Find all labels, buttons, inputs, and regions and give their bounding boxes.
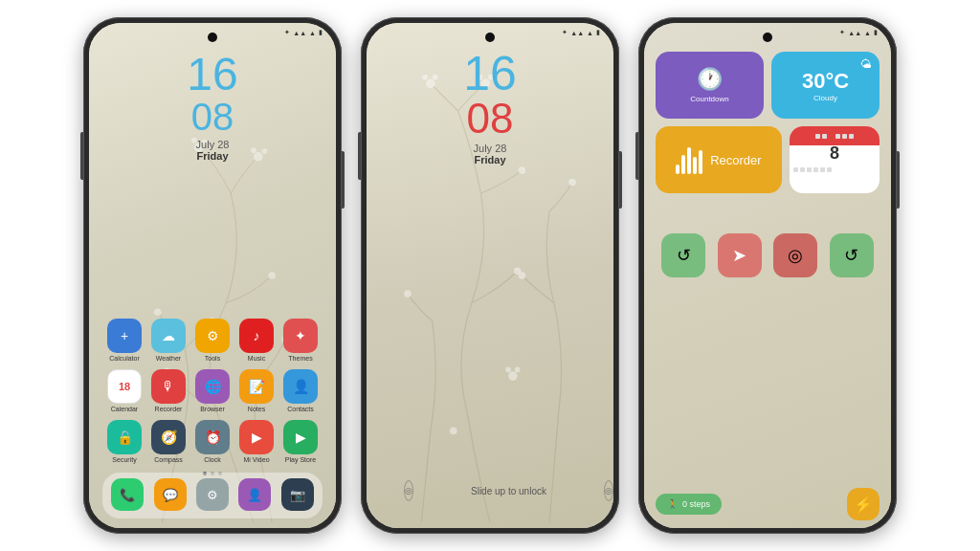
- phone-2: ✦ ▲▲ ▲ ▮ 16 08 July 28 Friday ◎ Slide up…: [361, 17, 619, 534]
- app-music[interactable]: ♪ Music: [237, 319, 276, 362]
- clock-date-2: July 28: [463, 143, 517, 154]
- quick-app-1[interactable]: ↺: [661, 233, 705, 277]
- calendar-header: [790, 126, 880, 145]
- camera-hole: [208, 33, 217, 42]
- camera-aperture-icon: ◎: [788, 245, 803, 266]
- quick-app-4[interactable]: ↺: [830, 233, 874, 277]
- battery-icon: ▮: [319, 29, 323, 36]
- battery-icon-3: ▮: [874, 29, 878, 36]
- widget-recorder[interactable]: Recorder: [656, 126, 782, 193]
- dock-phone[interactable]: 📞: [108, 478, 146, 513]
- bottom-bar-3: 🚶 0 steps ⚡: [656, 488, 880, 520]
- app-notes[interactable]: 📝 Notes: [237, 369, 276, 412]
- svg-point-9: [154, 308, 162, 316]
- clock-widget-2: 16 08 July 28 Friday: [463, 50, 517, 165]
- app-clock[interactable]: ⏰ Clock: [193, 420, 232, 463]
- app-grid-1: + Calculator ☁ Weather ⚙ Tools: [89, 319, 336, 471]
- svg-point-26: [450, 428, 457, 435]
- app-mi-video[interactable]: ▶ Mi Video: [237, 420, 276, 463]
- app-calendar[interactable]: 18 Calendar: [105, 369, 144, 412]
- step-counter-widget[interactable]: 🚶 0 steps: [656, 494, 722, 515]
- app-play-store[interactable]: ▶ Play Store: [281, 420, 320, 463]
- app-row-2: 18 Calendar 🎙 Recorder 🌐 Browser: [102, 369, 323, 412]
- svg-point-24: [505, 367, 511, 373]
- bluetooth-icon-3: ✦: [839, 29, 845, 36]
- clock-hour-1: 16: [187, 52, 237, 98]
- clock-widget-1: 16 08 July 28 Friday: [187, 52, 237, 162]
- quick-app-compass[interactable]: ➤: [718, 233, 762, 277]
- unlock-text: Slide up to unlock: [471, 486, 546, 496]
- recorder-label: Recorder: [710, 153, 761, 167]
- svg-point-19: [519, 166, 526, 174]
- bar-3: [687, 147, 691, 174]
- signal-icon: ▲▲: [293, 30, 306, 36]
- flashlight-widget[interactable]: ⚡: [847, 488, 880, 520]
- svg-point-4: [262, 148, 268, 154]
- calendar-mini-grid: [790, 164, 880, 176]
- quick-app-4-icon: ↺: [844, 245, 858, 266]
- compass-icon: ➤: [732, 245, 746, 266]
- dock-camera[interactable]: 📷: [278, 478, 317, 513]
- svg-point-23: [508, 371, 518, 381]
- dock-messages[interactable]: 💬: [151, 478, 189, 513]
- app-recorder[interactable]: 🎙 Recorder: [149, 369, 188, 412]
- recorder-bars: [676, 145, 702, 174]
- clock-hour-2: 16: [463, 50, 517, 98]
- svg-point-20: [568, 179, 576, 187]
- dock-avatar[interactable]: 👤: [235, 478, 274, 513]
- status-icons-3: ✦ ▲▲ ▲ ▮: [839, 29, 878, 36]
- bluetooth-icon-2: ✦: [562, 29, 568, 36]
- app-browser[interactable]: 🌐 Browser: [193, 369, 232, 412]
- app-weather[interactable]: ☁ Weather: [149, 319, 188, 362]
- bar-5: [699, 150, 702, 174]
- clock-day-1: Friday: [187, 150, 237, 162]
- wifi-icon: ▲: [309, 30, 316, 36]
- widget-row-1: 🕐 Countdown 🌤 30°C Cloudy: [656, 52, 880, 119]
- wifi-icon-3: ▲: [864, 30, 871, 36]
- widget-calendar[interactable]: 8: [790, 126, 880, 193]
- phone-3: ✦ ▲▲ ▲ ▮ 🕐 Countdown 🌤 30°C Cloudy: [638, 17, 897, 534]
- svg-point-14: [433, 75, 438, 80]
- app-row-3: 🔒 Security 🧭 Compass ⏰ Clock: [102, 420, 323, 463]
- svg-point-3: [254, 152, 263, 162]
- countdown-clock-icon: 🕐: [697, 67, 723, 92]
- signal-icon-3: ▲▲: [848, 30, 861, 36]
- status-icons-2: ✦ ▲▲ ▲ ▮: [562, 29, 600, 36]
- signal-icon-2: ▲▲: [570, 30, 584, 36]
- fingerprint-icon: ◎: [404, 480, 413, 501]
- sun-icon: 🌤: [860, 57, 872, 71]
- face-unlock-icon: ◎: [604, 480, 613, 501]
- widget-countdown[interactable]: 🕐 Countdown: [656, 52, 764, 119]
- phone-1: ✦ ▲▲ ▲ ▮ 16 08 July 28 Friday + Calculat…: [83, 17, 342, 534]
- camera-hole-2: [485, 33, 495, 42]
- widget-row-2: Recorder 8: [656, 126, 880, 193]
- svg-point-25: [515, 367, 521, 373]
- svg-point-13: [422, 75, 428, 80]
- calendar-number: 8: [790, 143, 880, 164]
- status-icons-1: ✦ ▲▲ ▲ ▮: [284, 29, 323, 36]
- weather-condition: Cloudy: [813, 94, 837, 102]
- app-calculator[interactable]: + Calculator: [105, 319, 144, 362]
- calendar-dots: [790, 132, 880, 141]
- unlock-bar: ◎ Slide up to unlock ◎: [404, 480, 576, 501]
- bar-4: [693, 157, 697, 174]
- weather-temp: 30°C: [802, 69, 849, 94]
- steps-count: 0 steps: [682, 499, 710, 509]
- svg-point-5: [251, 147, 256, 153]
- quick-app-camera[interactable]: ◎: [773, 233, 817, 277]
- dock-settings[interactable]: ⚙: [193, 478, 232, 513]
- widget-weather[interactable]: 🌤 30°C Cloudy: [771, 52, 880, 119]
- app-security[interactable]: 🔒 Security: [105, 420, 144, 463]
- svg-point-12: [426, 79, 435, 89]
- clock-day-2: Friday: [463, 154, 517, 165]
- app-themes[interactable]: ✦ Themes: [281, 319, 320, 362]
- countdown-label: Countdown: [690, 95, 728, 103]
- app-compass[interactable]: 🧭 Compass: [149, 420, 188, 463]
- widget-area: 🕐 Countdown 🌤 30°C Cloudy: [656, 52, 880, 201]
- dock-1: 📞 💬 ⚙ 👤 📷: [102, 473, 323, 518]
- clock-date-1: July 28: [187, 139, 237, 150]
- app-contacts[interactable]: 👤 Contacts: [281, 369, 320, 412]
- app-tools[interactable]: ⚙ Tools: [193, 319, 232, 362]
- clock-minute-2: 08: [463, 98, 517, 140]
- bar-2: [681, 155, 685, 174]
